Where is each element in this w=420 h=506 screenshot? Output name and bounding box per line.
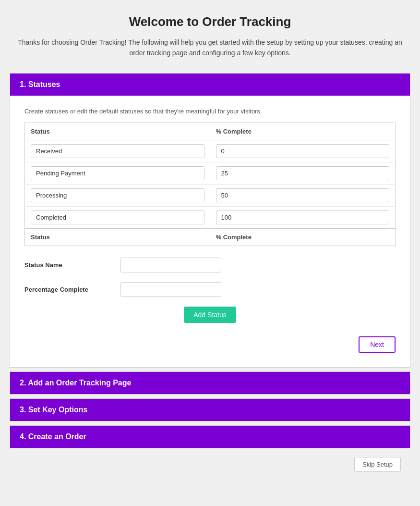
percentage-complete-field[interactable] (120, 282, 221, 297)
section-create-order: 4. Create an Order (10, 425, 410, 448)
status-percent-input-3[interactable] (216, 188, 390, 202)
status-percent-input-2[interactable] (216, 166, 390, 180)
col-percent-header: % Complete (210, 123, 396, 140)
status-name-input-1[interactable] (31, 144, 204, 158)
page-title: Welcome to Order Tracking (10, 14, 410, 29)
section-statuses-body: Create statuses or edit the default stat… (10, 96, 410, 367)
table-row (25, 140, 396, 162)
next-button[interactable]: Next (359, 336, 396, 353)
table-row (25, 162, 396, 184)
status-name-input-2[interactable] (31, 166, 204, 180)
status-table: Status % Complete (24, 123, 396, 246)
col-status-header: Status (25, 123, 210, 140)
col-percent-footer: % Complete (210, 228, 396, 246)
section-key-options-header[interactable]: 3. Set Key Options (10, 399, 410, 421)
status-percent-input-1[interactable] (216, 144, 390, 158)
skip-setup-wrapper: Skip Setup (10, 452, 410, 477)
percentage-complete-label: Percentage Complete (24, 286, 120, 293)
status-name-field[interactable] (120, 258, 221, 272)
page-subtitle: Thanks for choosing Order Tracking! The … (10, 37, 410, 59)
status-name-input-4[interactable] (31, 210, 204, 224)
status-percent-input-4[interactable] (216, 210, 390, 224)
section-statuses: 1. Statuses Create statuses or edit the … (10, 73, 410, 368)
table-row (25, 206, 396, 228)
section-key-options: 3. Set Key Options (10, 398, 410, 421)
table-row (25, 184, 396, 206)
section-tracking-page: 2. Add an Order Tracking Page (10, 371, 410, 395)
next-btn-wrapper: Next (24, 336, 396, 353)
status-name-label: Status Name (24, 261, 120, 269)
section-tracking-page-header[interactable]: 2. Add an Order Tracking Page (10, 372, 410, 394)
add-status-button[interactable]: Add Status (184, 307, 236, 323)
section-statuses-header[interactable]: 1. Statuses (10, 74, 410, 96)
status-name-input-3[interactable] (31, 188, 204, 202)
section-create-order-header[interactable]: 4. Create an Order (10, 426, 410, 448)
skip-setup-button[interactable]: Skip Setup (354, 457, 401, 472)
status-name-group: Status Name (24, 258, 396, 272)
percentage-complete-group: Percentage Complete (24, 282, 396, 297)
col-status-footer: Status (25, 228, 210, 246)
statuses-description: Create statuses or edit the default stat… (24, 108, 396, 115)
